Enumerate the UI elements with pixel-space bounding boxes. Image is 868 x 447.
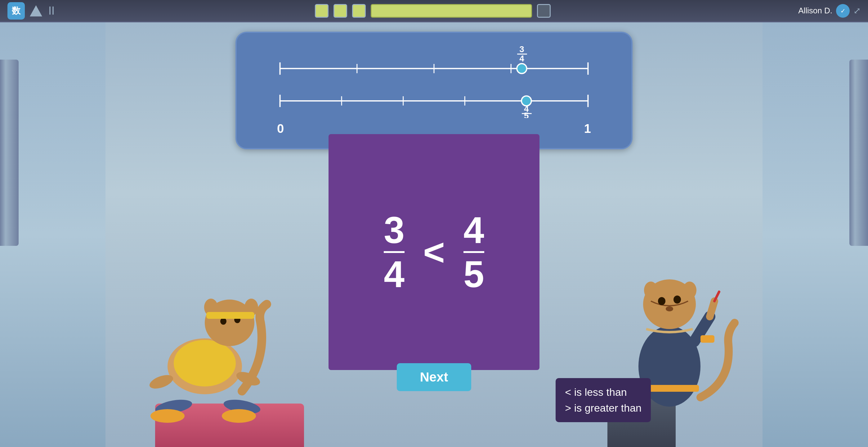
left-numerator: 3	[384, 211, 405, 249]
progress-pip-3	[352, 4, 366, 18]
pipe-left	[0, 60, 19, 246]
svg-point-41	[674, 296, 681, 304]
fraction-line-right	[463, 251, 484, 253]
pause-button[interactable]: II	[49, 4, 55, 18]
pipe-right	[849, 60, 868, 246]
svg-point-42	[666, 306, 673, 311]
legend-line1: < is less than	[565, 384, 642, 400]
right-panel	[763, 22, 868, 447]
app-logo: 数	[7, 2, 25, 20]
svg-point-33	[151, 409, 185, 423]
left-panel	[0, 22, 105, 447]
progress-pip-4	[537, 4, 551, 18]
user-avatar: ✓	[836, 4, 850, 18]
svg-rect-30	[206, 312, 254, 319]
svg-text:3: 3	[519, 45, 524, 54]
svg-point-39	[683, 281, 696, 299]
svg-point-38	[644, 281, 658, 299]
number-line-box: 3 4	[236, 32, 632, 149]
svg-point-34	[222, 409, 256, 423]
progress-pip-1	[315, 4, 329, 18]
triangle-icon	[30, 5, 42, 17]
number-line-bottom: 4 5	[261, 84, 607, 118]
chalkboard: 3 4 < 4 5	[329, 134, 539, 370]
nl-label-zero: 0	[277, 122, 284, 136]
svg-point-9	[517, 64, 527, 73]
svg-point-28	[220, 318, 226, 325]
next-button[interactable]: Next	[397, 363, 471, 391]
svg-line-44	[710, 301, 714, 317]
progress-pip-2	[334, 4, 347, 18]
number-line-top: 3 4	[261, 45, 607, 80]
svg-text:5: 5	[524, 111, 529, 118]
svg-point-40	[658, 297, 665, 305]
right-fraction: 4 5	[463, 211, 484, 293]
expand-icon[interactable]: ⤢	[854, 6, 861, 16]
legend-box: < is less than > is greater than	[556, 378, 651, 422]
center-area: 3 4	[105, 22, 763, 447]
right-numerator: 4	[463, 211, 484, 249]
character-left	[112, 205, 322, 447]
svg-point-24	[174, 340, 236, 386]
left-fraction: 3 4	[384, 211, 405, 293]
fraction-comparison: 3 4 < 4 5	[384, 211, 484, 293]
comparison-operator: <	[423, 231, 445, 273]
progress-area	[67, 4, 798, 18]
user-area: Allison D. ✓ ⤢	[798, 4, 861, 18]
fraction-line-left	[384, 251, 405, 253]
legend-line2: > is greater than	[565, 400, 642, 416]
user-name[interactable]: Allison D.	[798, 6, 832, 16]
scene: 3 4	[0, 22, 868, 447]
top-bar: 数 II Allison D. ✓ ⤢	[0, 0, 868, 22]
left-denominator: 4	[384, 256, 405, 293]
svg-text:4: 4	[519, 54, 524, 63]
progress-bar	[371, 4, 532, 18]
nl-label-one: 1	[584, 122, 591, 136]
right-denominator: 5	[463, 256, 484, 293]
svg-rect-46	[701, 335, 714, 343]
